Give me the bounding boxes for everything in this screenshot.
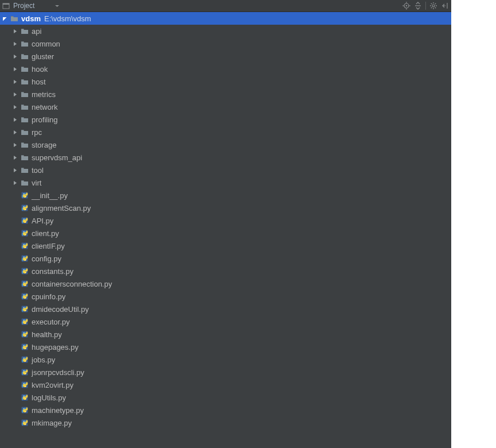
python-file-icon [21,368,29,376]
tree-folder-node[interactable]: hook [0,63,451,75]
tree-file-node[interactable]: kvm2ovirt.py [0,379,451,391]
project-tree[interactable]: vdsm E:\vdsm\vdsm apicommonglusterhookho… [0,12,451,448]
svg-point-26 [24,219,24,219]
expand-arrow-icon[interactable] [13,105,18,110]
svg-point-33 [25,247,26,248]
folder-icon [21,153,29,161]
tree-folder-node[interactable]: virt [0,176,451,189]
hide-icon[interactable] [441,2,449,10]
svg-point-53 [24,333,24,333]
tree-file-node[interactable]: alignmentScan.py [0,202,451,214]
svg-point-24 [25,209,26,210]
folder-icon [21,128,29,136]
tree-node-label: health.py [32,330,62,339]
expand-arrow-icon[interactable] [13,168,18,173]
tree-file-node[interactable]: health.py [0,328,451,341]
view-selector-dropdown[interactable] [53,2,61,10]
tree-file-node[interactable]: cpuinfo.py [0,290,451,303]
svg-point-75 [25,424,26,424]
svg-point-54 [25,335,26,336]
svg-point-38 [24,269,24,270]
tree-file-node[interactable]: mkimage.py [0,416,451,429]
expand-arrow-icon[interactable] [13,29,18,34]
tree-folder-node[interactable]: host [0,75,451,88]
gear-icon[interactable] [429,2,437,10]
project-tool-window: Project [0,0,451,448]
svg-point-65 [24,383,24,384]
svg-rect-1 [3,3,9,5]
expand-arrow-icon[interactable] [13,180,18,186]
expand-arrow-icon[interactable] [13,117,18,122]
svg-point-27 [25,222,26,222]
tree-folder-node[interactable]: profiling [0,113,451,126]
svg-point-21 [25,196,26,197]
tree-file-node[interactable]: logUtils.py [0,391,451,404]
tree-node-label: api [32,27,41,36]
tree-file-node[interactable]: containersconnection.py [0,277,451,290]
tree-file-node[interactable]: client.py [0,227,451,240]
folder-icon [21,103,29,111]
tree-node-label: profiling [32,115,58,124]
tree-node-label: jobs.py [32,356,55,364]
tree-node-label: clientIF.py [32,242,65,250]
expand-arrow-icon[interactable] [2,16,7,21]
svg-point-50 [24,320,24,320]
expand-arrow-icon[interactable] [13,155,18,160]
tree-folder-node[interactable]: storage [0,138,451,151]
tree-node-label: mkimage.py [32,419,72,427]
python-file-icon [21,254,29,262]
folder-icon [21,141,29,149]
python-file-icon [21,229,29,237]
python-file-icon [21,204,29,212]
tree-file-node[interactable]: machinetype.py [0,404,451,416]
svg-point-48 [25,310,26,311]
expand-arrow-icon[interactable] [13,79,18,84]
tree-folder-node[interactable]: supervdsm_api [0,151,451,164]
tree-folder-node[interactable]: gluster [0,50,451,63]
tree-file-node[interactable]: executor.py [0,315,451,328]
svg-point-72 [25,411,26,412]
tree-file-node[interactable]: API.py [0,214,451,227]
tree-node-label: jsonrpcvdscli.py [32,368,84,377]
tree-file-node[interactable]: constants.py [0,265,451,277]
tree-folder-node[interactable]: common [0,37,451,50]
tree-root-node[interactable]: vdsm E:\vdsm\vdsm [0,12,451,25]
toolbar-title[interactable]: Project [13,2,34,10]
tree-node-label: storage [32,141,56,149]
tree-node-label: gluster [32,52,54,61]
svg-line-16 [431,7,432,8]
tree-folder-node[interactable]: rpc [0,126,451,138]
tree-file-node[interactable]: jsonrpcvdscli.py [0,366,451,379]
python-file-icon [21,191,29,199]
locate-icon[interactable] [402,2,410,10]
tree-folder-node[interactable]: tool [0,164,451,176]
tree-file-node[interactable]: hugepages.py [0,341,451,353]
expand-arrow-icon[interactable] [13,92,18,97]
expand-arrow-icon[interactable] [13,54,18,59]
tree-folder-node[interactable]: metrics [0,88,451,101]
expand-arrow-icon[interactable] [13,130,18,135]
tree-folder-node[interactable]: api [0,25,451,37]
folder-icon [21,52,29,60]
tree-file-node[interactable]: config.py [0,252,451,265]
tree-file-node[interactable]: jobs.py [0,353,451,366]
svg-point-51 [25,323,26,323]
svg-point-45 [25,298,26,298]
tree-file-node[interactable]: dmidecodeUtil.py [0,303,451,315]
tree-node-label: supervdsm_api [32,153,82,162]
python-file-icon [21,419,29,427]
collapse-all-icon[interactable] [414,2,422,10]
tree-node-path: E:\vdsm\vdsm [44,14,91,23]
svg-point-71 [24,408,24,409]
tree-file-node[interactable]: __init__.py [0,189,451,202]
expand-arrow-icon[interactable] [13,67,18,72]
python-file-icon [21,318,29,326]
tree-node-label: host [32,78,46,86]
tree-folder-node[interactable]: network [0,101,451,113]
svg-point-42 [25,285,26,285]
tree-file-node[interactable]: clientIF.py [0,240,451,252]
svg-point-66 [25,386,26,387]
expand-arrow-icon[interactable] [13,41,18,47]
folder-icon [21,90,29,98]
expand-arrow-icon[interactable] [13,142,18,148]
